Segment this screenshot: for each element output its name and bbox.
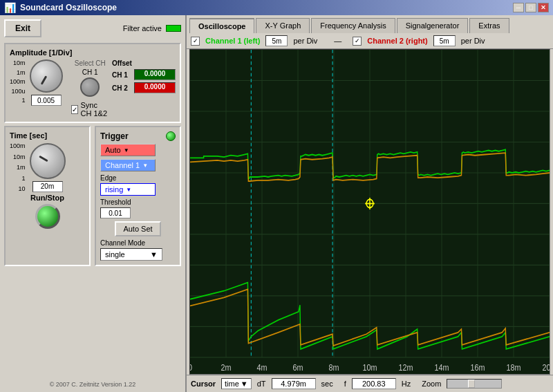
time-knob-container: 20m <box>30 143 66 192</box>
time-value-input[interactable]: 20m <box>32 181 63 192</box>
time-scale-1: 100m <box>10 142 26 149</box>
channel-mode-dropdown[interactable]: single ▼ <box>100 248 162 261</box>
trigger-channel-arrow: ▼ <box>142 162 148 169</box>
run-stop-button[interactable] <box>35 204 60 229</box>
tab-xy-graph[interactable]: X-Y Graph <box>256 18 310 33</box>
time-scale-2: 10m <box>10 153 26 160</box>
minimize-button[interactable]: ─ <box>513 3 524 12</box>
ch1-offset-label: CH 1 <box>112 71 131 79</box>
trigger-channel-dropdown[interactable]: Channel 1 ▼ <box>100 159 156 171</box>
app-title: Soundcard Oszilloscope <box>20 3 117 12</box>
trigger-auto-label: Auto <box>105 146 121 154</box>
ch1-offset-input[interactable]: 0.0000 <box>134 69 176 80</box>
edge-label: Edge <box>100 174 176 182</box>
ch2-offset-input[interactable]: 0.0000 <box>134 82 176 93</box>
title-bar-left: 📊 Soundcard Oszilloscope <box>4 2 117 13</box>
filter-led <box>166 25 181 32</box>
ch2-checkbox[interactable]: ✓ <box>353 37 362 46</box>
amp-scale-5: 1 <box>10 97 26 104</box>
zoom-thumb[interactable] <box>468 380 475 388</box>
select-ch-section: Select CH CH 1 ✓ Sync CH 1&2 <box>71 59 109 118</box>
top-controls: Exit Filter active <box>4 19 181 37</box>
f-value-input[interactable] <box>352 378 396 389</box>
auto-set-button[interactable]: Auto Set <box>115 221 160 236</box>
svg-text:12m: 12m <box>399 362 413 373</box>
cursor-label: Cursor <box>191 380 216 388</box>
channel-mode-value: single <box>105 250 125 259</box>
sync-label: Sync CH 1&2 <box>81 101 109 118</box>
ch2-bar-spacer: — <box>334 37 341 45</box>
trigger-channel-area: Channel 1 ▼ <box>100 159 176 171</box>
edge-section: Edge rising ▼ <box>100 174 176 196</box>
trigger-title: Trigger <box>100 131 129 141</box>
trigger-auto-dropdown[interactable]: Auto ▼ <box>100 144 156 156</box>
time-scale-4: 1 <box>10 175 26 182</box>
cursor-bottom-bar: Cursor time ▼ dT sec f Hz Zoom <box>187 375 553 392</box>
cursor-type-arrow: ▼ <box>241 380 248 388</box>
offset-section: Offset CH 1 0.0000 CH 2 0.0000 <box>112 59 176 118</box>
amplitude-panel: Amplitude [1/Div] 10m 1m 100m 100u 1 0.0… <box>4 43 181 123</box>
amplitude-knob-container: 0.005 <box>30 59 63 118</box>
time-knob[interactable] <box>30 143 66 179</box>
filter-active-label: Filter active <box>123 24 162 32</box>
ch1-per-div-input[interactable] <box>265 35 288 46</box>
svg-text:14m: 14m <box>435 362 449 373</box>
cursor-type-dropdown[interactable]: time ▼ <box>221 378 252 389</box>
ch1-label-left: CH 1 <box>82 68 98 76</box>
copyright-text: © 2007 C. Zeitnitz Version 1.22 <box>4 381 181 388</box>
title-bar-buttons: ─ □ ✕ <box>513 3 549 12</box>
close-button[interactable]: ✕ <box>538 3 549 12</box>
svg-text:10m: 10m <box>363 362 377 373</box>
threshold-section: Threshold 0.01 <box>100 198 176 218</box>
edge-value-label: rising <box>105 185 123 194</box>
cursor-type-label: time <box>225 380 239 388</box>
exit-button[interactable]: Exit <box>4 19 41 37</box>
ch1-bar-label: Channel 1 (left) <box>205 37 260 45</box>
maximize-button[interactable]: □ <box>525 3 536 12</box>
ch1-checkbox[interactable]: ✓ <box>191 37 200 46</box>
tab-oscilloscope[interactable]: Oscilloscope <box>189 18 254 33</box>
trigger-auto-arrow: ▼ <box>124 147 129 153</box>
amplitude-scale: 10m 1m 100m 100u 1 <box>10 59 27 104</box>
trigger-channel-label: Channel 1 <box>105 161 140 169</box>
svg-text:16m: 16m <box>471 362 485 373</box>
channel-mode-arrow: ▼ <box>150 250 158 259</box>
svg-text:20m: 20m <box>543 362 550 373</box>
channel-mode-section: Channel Mode single ▼ <box>100 239 176 261</box>
ch2-offset-row: CH 2 0.0000 <box>112 82 176 93</box>
amplitude-section: 10m 1m 100m 100u 1 0.005 Select CH <box>10 59 176 118</box>
bottom-left-section: Time [sec] 100m 10m 1m 1 10 20 <box>4 126 181 266</box>
app-icon: 📊 <box>4 2 16 13</box>
dt-value-input[interactable] <box>272 378 316 389</box>
svg-text:6m: 6m <box>293 362 303 373</box>
ch2-per-div-input[interactable] <box>433 35 456 46</box>
trigger-panel: Trigger Auto ▼ Channel 1 ▼ Edge risi <box>95 126 181 266</box>
sync-checkbox[interactable]: ✓ <box>71 105 78 114</box>
ch2-per-div-suffix: per Div <box>461 37 485 45</box>
main-container: Exit Filter active Amplitude [1/Div] 10m… <box>0 15 553 392</box>
ch2-bar-label: Channel 2 (right) <box>367 37 427 45</box>
amplitude-knob[interactable] <box>30 59 63 93</box>
svg-text:4m: 4m <box>257 362 268 373</box>
f-unit: Hz <box>402 380 411 388</box>
right-panel: Oscilloscope X-Y Graph Frequency Analysi… <box>187 15 553 392</box>
edge-dropdown[interactable]: rising ▼ <box>100 183 156 196</box>
threshold-value-input[interactable]: 0.01 <box>100 207 131 218</box>
zoom-label: Zoom <box>422 380 441 388</box>
dt-unit: sec <box>321 380 333 388</box>
title-bar: 📊 Soundcard Oszilloscope ─ □ ✕ <box>0 0 553 15</box>
tab-frequency-analysis[interactable]: Frequency Analysis <box>311 18 395 33</box>
zoom-slider[interactable] <box>447 379 502 389</box>
tab-signalgenerator[interactable]: Signalgenerator <box>397 18 469 33</box>
time-scale-3: 1m <box>10 164 26 171</box>
sync-check: ✓ Sync CH 1&2 <box>71 101 109 118</box>
tabs-bar: Oscilloscope X-Y Graph Frequency Analysi… <box>187 15 553 33</box>
threshold-label: Threshold <box>100 198 176 206</box>
ch1-offset-row: CH 1 0.0000 <box>112 69 176 80</box>
amp-scale-1: 10m <box>10 59 26 66</box>
svg-text:8m: 8m <box>329 362 339 373</box>
dt-label: dT <box>257 380 266 388</box>
channel-mode-label: Channel Mode <box>100 239 176 247</box>
tab-extras[interactable]: Extras <box>469 18 509 33</box>
amplitude-value-input[interactable]: 0.005 <box>31 95 62 106</box>
